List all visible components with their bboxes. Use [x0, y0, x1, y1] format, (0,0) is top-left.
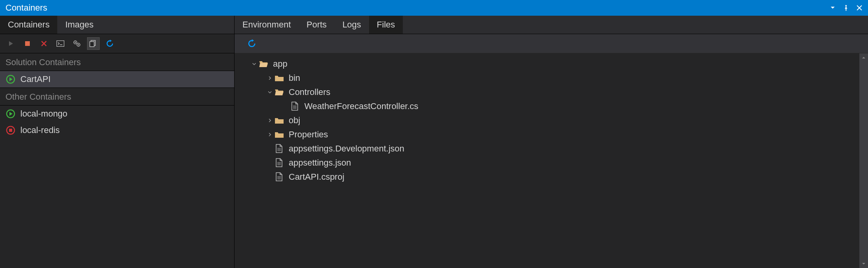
tab-files[interactable]: Files — [369, 16, 403, 34]
file-icon — [274, 143, 285, 154]
scroll-down-icon[interactable] — [859, 259, 868, 268]
settings-button[interactable] — [71, 37, 83, 50]
copy-button[interactable] — [87, 37, 100, 50]
folder-open-icon — [258, 58, 269, 69]
group-header-solution: Solution Containers — [0, 53, 234, 71]
tab-logs[interactable]: Logs — [335, 16, 369, 34]
tab-environment[interactable]: Environment — [235, 16, 299, 34]
tree-label: Properties — [289, 129, 328, 140]
delete-button[interactable] — [38, 37, 50, 50]
svg-point-4 — [75, 42, 76, 43]
close-icon[interactable] — [856, 5, 863, 11]
file-icon — [289, 101, 300, 112]
refresh-files-button[interactable] — [246, 37, 258, 50]
file-icon — [274, 171, 285, 182]
stop-button[interactable] — [21, 37, 34, 50]
container-item-local-mongo[interactable]: local-mongo — [0, 106, 234, 122]
container-label: local-redis — [20, 125, 60, 135]
tab-containers[interactable]: Containers — [0, 16, 57, 34]
stopped-icon — [5, 125, 16, 135]
svg-rect-8 — [90, 42, 94, 47]
tree-label: WeatherForecastController.cs — [304, 101, 419, 111]
tab-ports[interactable]: Ports — [299, 16, 335, 34]
tab-images[interactable]: Images — [57, 16, 101, 34]
tree-label: bin — [289, 73, 300, 83]
window-controls — [830, 5, 863, 11]
left-toolbar — [0, 34, 234, 53]
tree-label: appsettings.Development.json — [289, 144, 404, 154]
tree-folder-app[interactable]: app — [235, 57, 868, 71]
window-title: Containers — [5, 3, 830, 13]
folder-icon — [274, 129, 285, 140]
right-panel: Environment Ports Logs Files — [235, 16, 868, 268]
tree-label: obj — [289, 115, 300, 126]
container-item-cartapi[interactable]: CartAPI — [0, 71, 234, 88]
chevron-right-icon[interactable] — [266, 76, 274, 80]
window-dropdown-icon[interactable] — [830, 5, 836, 11]
folder-icon — [274, 73, 285, 84]
running-icon — [5, 74, 16, 84]
folder-icon — [274, 115, 285, 126]
file-tree: app bin — [235, 53, 868, 268]
start-button[interactable] — [5, 37, 17, 50]
tree-file-appsettings[interactable]: appsettings.json — [235, 156, 868, 170]
tree-folder-obj[interactable]: obj — [235, 113, 868, 128]
left-panel: Containers Images — [0, 16, 235, 268]
container-item-local-redis[interactable]: local-redis — [0, 122, 234, 139]
svg-rect-1 — [57, 41, 64, 47]
tree-file-csproj[interactable]: CartAPI.csproj — [235, 170, 868, 184]
tree-file-weather[interactable]: WeatherForecastController.cs — [235, 99, 868, 113]
chevron-down-icon[interactable] — [266, 90, 274, 94]
file-icon — [274, 157, 285, 168]
tree-label: appsettings.json — [289, 158, 351, 168]
terminal-button[interactable] — [54, 37, 67, 50]
chevron-down-icon[interactable] — [250, 62, 258, 66]
tree-label: CartAPI.csproj — [289, 172, 344, 182]
tree-folder-controllers[interactable]: Controllers — [235, 85, 868, 99]
right-toolbar — [235, 34, 868, 53]
running-icon — [5, 109, 16, 119]
refresh-button[interactable] — [104, 37, 116, 50]
svg-point-6 — [78, 44, 79, 46]
group-header-other: Other Containers — [0, 88, 234, 106]
chevron-right-icon[interactable] — [266, 133, 274, 137]
container-label: CartAPI — [20, 74, 51, 84]
tree-label: app — [273, 59, 288, 69]
tree-folder-properties[interactable]: Properties — [235, 128, 868, 142]
tree-folder-bin[interactable]: bin — [235, 71, 868, 85]
titlebar: Containers — [0, 0, 868, 16]
scroll-up-icon[interactable] — [859, 53, 868, 62]
folder-open-icon — [274, 87, 285, 98]
vertical-scrollbar[interactable] — [859, 53, 868, 268]
chevron-right-icon[interactable] — [266, 119, 274, 122]
svg-rect-0 — [25, 41, 30, 46]
tree-label: Controllers — [289, 87, 330, 97]
container-label: local-mongo — [20, 109, 67, 119]
left-tabs: Containers Images — [0, 16, 234, 34]
pin-icon[interactable] — [843, 5, 849, 11]
right-tabs: Environment Ports Logs Files — [235, 16, 868, 34]
svg-rect-12 — [9, 129, 12, 132]
tree-file-appsettings-dev[interactable]: appsettings.Development.json — [235, 142, 868, 156]
